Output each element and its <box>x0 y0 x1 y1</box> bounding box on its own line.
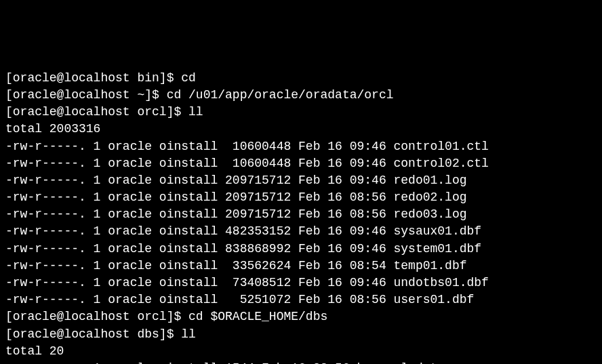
terminal-line: -rw-r-----. 1 oracle oinstall 1544 Feb 1… <box>5 360 597 364</box>
terminal-line: -rw-r-----. 1 oracle oinstall 73408512 F… <box>5 275 597 291</box>
terminal-line: [oracle@localhost ~]$ cd /u01/app/oracle… <box>5 87 597 104</box>
terminal-line: -rw-r-----. 1 oracle oinstall 209715712 … <box>5 189 597 206</box>
terminal-line: -rw-r-----. 1 oracle oinstall 5251072 Fe… <box>5 291 597 308</box>
terminal-line: -rw-r-----. 1 oracle oinstall 209715712 … <box>5 172 597 189</box>
terminal-line: [oracle@localhost bin]$ cd <box>5 70 597 87</box>
terminal-line: -rw-r-----. 1 oracle oinstall 10600448 F… <box>5 155 597 172</box>
terminal-line: [oracle@localhost orcl]$ cd $ORACLE_HOME… <box>5 308 597 325</box>
terminal-line: -rw-r-----. 1 oracle oinstall 482353152 … <box>5 223 597 240</box>
terminal-line: [oracle@localhost orcl]$ ll <box>5 104 597 121</box>
terminal-line: -rw-r-----. 1 oracle oinstall 209715712 … <box>5 206 597 223</box>
terminal-line: total 20 <box>5 343 597 360</box>
terminal-line: -rw-r-----. 1 oracle oinstall 33562624 F… <box>5 258 597 275</box>
terminal-line: -rw-r-----. 1 oracle oinstall 10600448 F… <box>5 138 597 155</box>
terminal-line: -rw-r-----. 1 oracle oinstall 838868992 … <box>5 241 597 258</box>
terminal-line: total 2003316 <box>5 121 597 138</box>
terminal-output[interactable]: [oracle@localhost bin]$ cd[oracle@localh… <box>5 70 597 364</box>
terminal-line: [oracle@localhost dbs]$ ll <box>5 326 597 343</box>
